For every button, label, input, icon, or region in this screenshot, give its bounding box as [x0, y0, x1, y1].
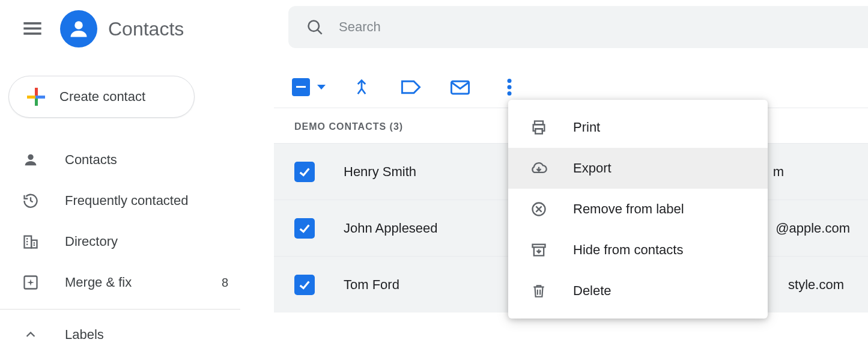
menu-item-export[interactable]: Export	[508, 148, 768, 189]
app-title: Contacts	[108, 18, 184, 40]
svg-rect-12	[31, 240, 37, 248]
svg-rect-9	[35, 96, 45, 99]
svg-point-22	[508, 91, 512, 96]
menu-item-label: Export	[573, 160, 612, 176]
contact-email: m	[773, 164, 784, 180]
row-checkbox[interactable]	[294, 218, 315, 239]
sidebar-item-frequent[interactable]: Frequently contacted	[0, 180, 258, 221]
main-menu-button[interactable]	[18, 14, 47, 43]
label-button[interactable]	[398, 74, 424, 100]
sidebar-labels-toggle[interactable]: Labels	[0, 314, 258, 355]
check-icon	[298, 165, 311, 178]
sidebar-item-label: Contacts	[65, 152, 117, 168]
sparkle-icon	[22, 273, 40, 291]
label-icon	[401, 79, 421, 96]
menu-item-label: Print	[573, 120, 600, 135]
menu-item-delete[interactable]: Delete	[508, 270, 768, 311]
sidebar-nav: Contacts Frequently contacted	[0, 139, 258, 303]
labels-header: Labels	[65, 327, 104, 343]
brand: Contacts	[60, 10, 184, 47]
merge-fix-badge: 8	[222, 276, 228, 290]
envelope-icon	[450, 79, 470, 96]
svg-rect-11	[25, 236, 32, 248]
select-all-control[interactable]	[292, 78, 326, 96]
menu-item-label: Hide from contacts	[573, 242, 683, 258]
svg-point-3	[74, 21, 83, 29]
svg-rect-28	[533, 245, 545, 248]
row-checkbox[interactable]	[294, 162, 315, 182]
plus-icon	[27, 88, 45, 106]
svg-rect-24	[535, 129, 542, 133]
email-button[interactable]	[447, 74, 473, 100]
svg-point-20	[508, 79, 512, 83]
history-icon	[22, 192, 40, 210]
remove-circle-icon	[530, 200, 548, 218]
sidebar: Create contact Contacts	[0, 58, 258, 363]
contact-email: style.com	[788, 277, 844, 293]
menu-item-remove-label[interactable]: Remove from label	[508, 189, 768, 230]
sidebar-item-contacts[interactable]: Contacts	[0, 139, 258, 180]
create-contact-label: Create contact	[59, 89, 145, 105]
chevron-down-icon	[317, 85, 326, 90]
svg-rect-8	[27, 96, 35, 99]
check-icon	[298, 278, 311, 291]
merge-button[interactable]	[348, 74, 375, 100]
cloud-download-icon	[530, 159, 548, 177]
create-contact-button[interactable]: Create contact	[8, 76, 195, 118]
sidebar-divider	[0, 309, 240, 310]
svg-point-10	[28, 154, 33, 160]
menu-item-hide[interactable]: Hide from contacts	[508, 230, 768, 270]
building-icon	[22, 233, 40, 251]
more-actions-button[interactable]	[496, 74, 523, 100]
svg-line-5	[318, 30, 322, 34]
sidebar-item-merge-fix[interactable]: Merge & fix 8	[0, 262, 258, 303]
more-actions-menu: Print Export Remove from label	[508, 100, 768, 319]
menu-item-print[interactable]: Print	[508, 107, 768, 148]
menu-item-label: Delete	[573, 283, 612, 299]
merge-icon	[353, 78, 371, 96]
archive-icon	[530, 241, 548, 259]
sidebar-item-label: Frequently contacted	[65, 193, 188, 209]
svg-point-21	[508, 85, 512, 89]
sidebar-item-label: Directory	[65, 234, 118, 249]
trash-icon	[530, 282, 548, 300]
contacts-app-icon	[60, 10, 97, 47]
svg-rect-1	[23, 28, 41, 30]
row-checkbox[interactable]	[294, 275, 315, 295]
check-icon	[298, 222, 311, 235]
more-vert-icon	[507, 79, 512, 96]
search-bar[interactable]	[288, 6, 868, 48]
svg-rect-0	[23, 22, 41, 25]
indeterminate-checkbox-icon	[292, 78, 310, 96]
contact-email: @apple.com	[775, 221, 850, 236]
sidebar-item-label: Merge & fix	[65, 275, 132, 290]
print-icon	[530, 118, 548, 136]
search-icon	[306, 19, 323, 35]
svg-rect-2	[23, 32, 41, 35]
person-icon	[22, 151, 40, 169]
svg-rect-6	[35, 88, 38, 96]
chevron-up-icon	[22, 326, 40, 344]
search-input[interactable]	[338, 19, 578, 35]
menu-item-label: Remove from label	[573, 201, 684, 217]
svg-point-4	[309, 21, 320, 32]
sidebar-item-directory[interactable]: Directory	[0, 221, 258, 262]
hamburger-icon	[23, 22, 41, 35]
